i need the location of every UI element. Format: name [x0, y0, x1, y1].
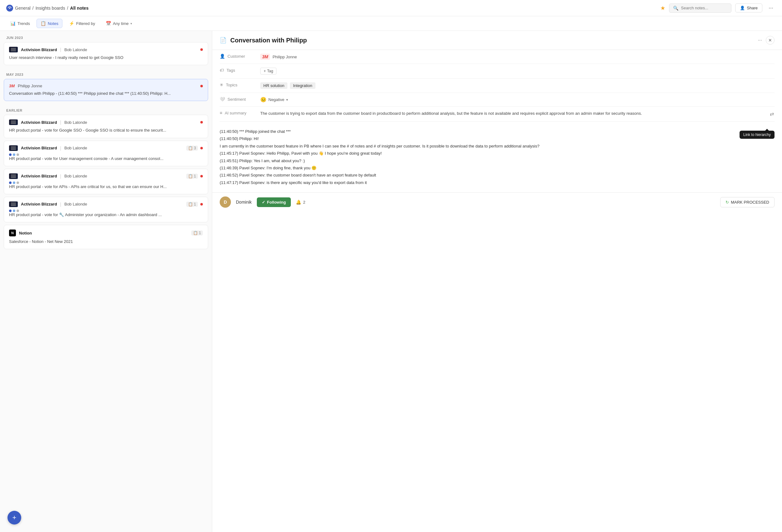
- tag-label: Tag: [267, 69, 273, 73]
- sentiment-badge: 😐 Negative ▾: [260, 97, 288, 103]
- company-name: Activision Blizzard: [21, 146, 57, 150]
- activision-logo: [9, 174, 18, 179]
- user-label: Dominik: [236, 199, 252, 204]
- conv-line: (11:40:50) Philipp: Hi!: [220, 135, 775, 142]
- notes-list: JUN 2023 Activision Blizzard | Bob Lalon…: [0, 31, 212, 532]
- company-name: Activision Blizzard: [21, 47, 57, 52]
- tags-label: 🏷 Tags: [220, 68, 260, 73]
- detail-header-left: 📄 Conversation with Philipp: [220, 37, 757, 44]
- filtered-by-button[interactable]: ⚡ Filtered by: [65, 19, 99, 28]
- share-label: Share: [747, 6, 758, 10]
- unread-dot: [200, 147, 203, 149]
- breadcrumb-sep2: /: [67, 6, 68, 11]
- note-card[interactable]: N Notion 📋 1 Salesforce - Notion - Net N…: [4, 225, 208, 249]
- share-button[interactable]: 👤 Share: [735, 3, 762, 12]
- customer-value: 3M Philipp Jonne: [260, 53, 297, 60]
- heart-icon: 🤍: [220, 97, 225, 102]
- svg-point-0: [9, 7, 10, 9]
- topic-pill[interactable]: Integration: [290, 82, 315, 89]
- note-card[interactable]: Activision Blizzard | Bob Lalonde 📋 3 HR…: [4, 141, 208, 166]
- asterisk-icon: ✳: [220, 82, 223, 87]
- dot: [13, 182, 15, 184]
- note-card[interactable]: Activision Blizzard | Bob Lalonde HR pro…: [4, 115, 208, 138]
- unread-dot: [200, 203, 203, 205]
- activision-logo: [9, 145, 18, 151]
- note-badge: 📋 1: [191, 230, 203, 235]
- note-text: Conversation with Philipp - (11:40:50) *…: [9, 91, 203, 97]
- conv-line: (11:45:51) Philipp: Yes I am, what about…: [220, 157, 775, 164]
- following-label: Following: [267, 200, 286, 204]
- star-button[interactable]: ★: [660, 5, 665, 11]
- detail-more-button[interactable]: ···: [757, 36, 763, 44]
- notion-logo: N: [9, 230, 16, 236]
- activision-logo: [9, 47, 18, 52]
- ai-label: ≡ AI summary: [220, 110, 260, 115]
- note-badge: 📋 1: [186, 174, 203, 179]
- customer-row: 👤 Customer 3M Philipp Jonne: [220, 50, 775, 64]
- note-text: Salesforce - Notion - Net New 2021: [9, 239, 203, 244]
- note-card[interactable]: Activision Blizzard | Bob Lalonde 📋 1 HR…: [4, 169, 208, 194]
- share-icon: 👤: [740, 6, 745, 10]
- refresh-icon: ↻: [725, 200, 729, 204]
- note-text: HR product portal - vote for 🔧 Administe…: [9, 212, 203, 218]
- anytime-button[interactable]: 📅 Any time ▾: [102, 19, 136, 28]
- app-logo: [6, 5, 13, 11]
- fab-add-button[interactable]: +: [7, 511, 21, 525]
- notes-button[interactable]: 📋 Notes: [37, 19, 62, 28]
- breadcrumb-insights[interactable]: Insights boards: [36, 6, 65, 11]
- following-button[interactable]: ✓ Following: [257, 197, 291, 207]
- dot: [16, 153, 19, 156]
- breadcrumb-general[interactable]: General: [15, 6, 31, 11]
- detail-header: 📄 Conversation with Philipp ··· ✕: [212, 31, 782, 50]
- topic-pill[interactable]: HR solution: [260, 82, 287, 89]
- metadata-section: 👤 Customer 3M Philipp Jonne 🏷 Tags: [212, 50, 782, 122]
- dot-row: [9, 210, 203, 212]
- tags-row: 🏷 Tags + Tag: [220, 64, 775, 79]
- note-count: 📋 1: [186, 202, 198, 207]
- trends-button[interactable]: 📊 Trends: [6, 19, 34, 28]
- dot: [9, 182, 11, 184]
- tooltip-link-hierarchy: Link to hierarchy: [740, 131, 775, 139]
- activision-logo: [9, 201, 18, 207]
- customer-label: 👤 Customer: [220, 53, 260, 59]
- company-name: Activision Blizzard: [21, 202, 57, 206]
- document-icon: 📄: [220, 37, 226, 44]
- company-name: Notion: [19, 231, 32, 235]
- 3m-logo-badge: 3M: [260, 53, 270, 60]
- sentiment-text: Negative: [269, 97, 284, 102]
- 3m-logo: 3M: [9, 84, 15, 88]
- search-box[interactable]: 🔍: [669, 3, 732, 13]
- ai-icon: ≡: [220, 110, 222, 115]
- notify-icon: 🔔: [296, 199, 301, 204]
- note-text: HR product portal - vote for Google SSO …: [9, 127, 203, 133]
- ai-refresh-button[interactable]: ⇄: [769, 110, 775, 118]
- note-count: 📋 3: [186, 146, 198, 151]
- search-input[interactable]: [681, 6, 727, 10]
- toolbar: 📊 Trends 📋 Notes ⚡ Filtered by 📅 Any tim…: [0, 16, 782, 31]
- filter-icon: ⚡: [69, 21, 74, 26]
- search-icon: 🔍: [673, 6, 678, 11]
- detail-close-button[interactable]: ✕: [766, 36, 775, 45]
- notes-icon: 📋: [41, 21, 46, 26]
- check-icon: ✓: [262, 200, 265, 204]
- detail-title: Conversation with Philipp: [230, 37, 307, 44]
- add-tag-button[interactable]: + Tag: [260, 68, 277, 75]
- topics-value: HR solution Integration: [260, 82, 316, 89]
- note-card[interactable]: Activision Blizzard | Bob Lalonde 📋 1 HR…: [4, 197, 208, 222]
- breadcrumb-sep1: /: [32, 6, 34, 11]
- topics-row: ✳ Topics HR solution Integration: [220, 79, 775, 93]
- note-badge: [199, 121, 203, 123]
- bottom-bar: D Dominik ✓ Following 🔔 2 ↻ MARK PROCESS…: [212, 192, 782, 212]
- note-card[interactable]: Activision Blizzard | Bob Lalonde User r…: [4, 42, 208, 65]
- sentiment-dropdown[interactable]: ▾: [286, 98, 288, 102]
- note-card-selected[interactable]: 3M Philipp Jonne Conversation with Phili…: [4, 79, 208, 101]
- sentiment-row: 🤍 Sentiment 😐 Negative ▾: [220, 93, 775, 107]
- more-button[interactable]: ···: [766, 3, 776, 12]
- mark-processed-button[interactable]: ↻ MARK PROCESSED: [720, 197, 775, 207]
- note-count: 📋 1: [191, 230, 203, 235]
- note-text: HR product portal - vote for User manage…: [9, 156, 203, 161]
- note-count: 📋 1: [186, 174, 198, 179]
- user-name: Bob Lalonde: [64, 174, 87, 178]
- plus-icon: +: [264, 69, 266, 73]
- top-nav: General / Insights boards / All notes ★ …: [0, 0, 782, 16]
